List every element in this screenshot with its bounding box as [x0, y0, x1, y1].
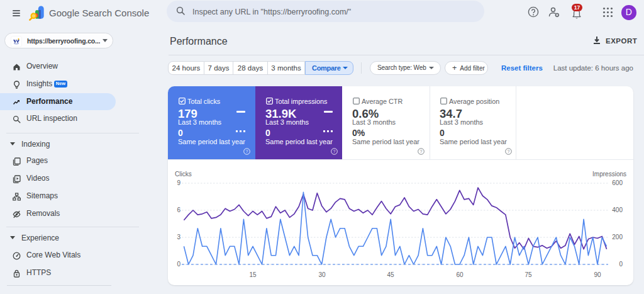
svg-text:?: ?: [333, 149, 336, 154]
svg-text:?: ?: [246, 149, 248, 154]
svg-text:?: ?: [508, 149, 510, 154]
svg-text:?: ?: [420, 149, 423, 154]
